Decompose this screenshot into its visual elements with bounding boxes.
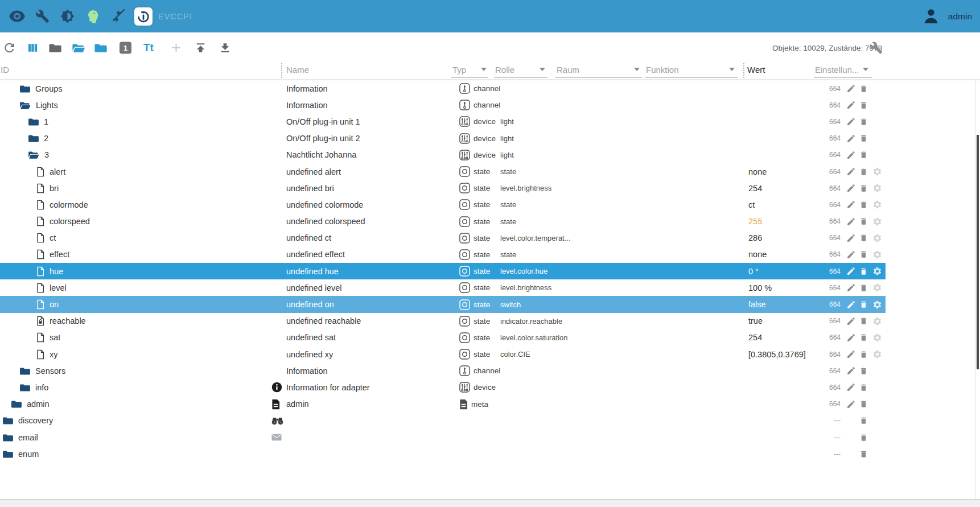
delete-button[interactable] — [859, 97, 868, 113]
upload-icon[interactable] — [194, 41, 207, 54]
object-row-on[interactable]: onundefined onstateswitchfalse664 — [0, 296, 886, 312]
object-row-3[interactable]: 3Nachtlicht Johannadevicelight664 — [0, 147, 886, 163]
delete-button[interactable] — [859, 446, 868, 462]
edit-button[interactable] — [846, 180, 856, 196]
folder-open-icon[interactable] — [72, 42, 85, 53]
object-value[interactable]: true — [748, 313, 763, 329]
column-resizer[interactable] — [743, 63, 744, 78]
refresh-icon[interactable] — [2, 40, 17, 55]
folder-blue-icon[interactable] — [94, 42, 107, 53]
delete-button[interactable] — [859, 296, 868, 312]
visibility-icon[interactable] — [5, 4, 30, 29]
object-row-reachable[interactable]: reachableundefined reachablestateindicat… — [0, 313, 886, 329]
filter-id[interactable]: ID — [1, 65, 9, 75]
columns-icon[interactable] — [26, 41, 39, 54]
settings-button[interactable] — [872, 196, 882, 213]
edit-button[interactable] — [846, 213, 856, 230]
object-row-xy[interactable]: xyundefined xystatecolor.CIE[0.3805,0.37… — [0, 346, 886, 362]
raum-dropdown-icon[interactable] — [634, 68, 640, 71]
object-row-email[interactable]: email--- — [0, 429, 886, 446]
text-toggle-icon[interactable]: Tt — [143, 42, 154, 54]
delete-button[interactable] — [859, 180, 868, 196]
object-row-level[interactable]: levelundefined levelstatelevel.brightnes… — [0, 279, 886, 296]
edit-button[interactable] — [846, 362, 856, 379]
object-row-colormode[interactable]: colormodeundefined colormodestatestatect… — [0, 196, 886, 213]
edit-button[interactable] — [846, 263, 856, 279]
object-row-1[interactable]: 1On/Off plug-in unit 1devicelight664 — [0, 113, 886, 130]
object-row-info[interactable]: infoInformation for adapterdevice664 — [0, 379, 886, 395]
settings-button[interactable] — [872, 313, 882, 329]
settings-button[interactable] — [872, 213, 882, 230]
object-value[interactable]: 254 — [748, 180, 762, 196]
object-value[interactable]: none — [748, 163, 767, 180]
edit-button[interactable] — [846, 396, 856, 413]
filter-einstellungen[interactable]: Einstellun... — [815, 65, 859, 75]
filter-rolle[interactable]: Rolle — [495, 65, 514, 75]
object-value[interactable]: false — [748, 296, 766, 312]
settings-button[interactable] — [872, 230, 882, 246]
object-row-Lights[interactable]: LightsInformationchannel664 — [0, 97, 886, 113]
object-row-colorspeed[interactable]: colorspeedundefined colorspeedstatestate… — [0, 213, 886, 230]
delete-button[interactable] — [859, 246, 868, 263]
object-row-effect[interactable]: effectundefined effectstatestatenone664 — [0, 246, 886, 263]
funktion-dropdown-icon[interactable] — [729, 68, 735, 71]
delete-button[interactable] — [859, 329, 868, 346]
delete-button[interactable] — [859, 213, 868, 230]
rolle-dropdown-icon[interactable] — [540, 68, 545, 71]
filter-funktion[interactable]: Funktion — [646, 65, 679, 75]
settings-button[interactable] — [872, 279, 882, 296]
expert-mode-icon[interactable] — [80, 4, 105, 29]
delete-button[interactable] — [859, 346, 868, 362]
delete-button[interactable] — [859, 147, 868, 163]
delete-button[interactable] — [859, 396, 868, 413]
add-object-icon[interactable] — [169, 40, 183, 55]
settings-button[interactable] — [872, 263, 882, 279]
object-row-2[interactable]: 2On/Off plug-in unit 2devicelight664 — [0, 130, 886, 147]
object-row-Sensors[interactable]: SensorsInformationchannel664 — [0, 362, 886, 379]
settings-button[interactable] — [872, 246, 882, 263]
edit-button[interactable] — [846, 80, 856, 97]
settings-wrench-icon[interactable] — [870, 41, 883, 54]
edit-button[interactable] — [846, 230, 856, 246]
object-value[interactable]: 0 ° — [748, 263, 759, 279]
delete-button[interactable] — [859, 279, 868, 296]
object-row-admin[interactable]: adminadminmeta664 — [0, 396, 886, 413]
edit-button[interactable] — [846, 329, 856, 346]
edit-button[interactable] — [846, 147, 856, 163]
delete-button[interactable] — [859, 163, 868, 180]
object-value[interactable]: 286 — [748, 230, 762, 246]
delete-button[interactable] — [859, 113, 868, 130]
settings-button[interactable] — [872, 329, 882, 346]
object-row-discovery[interactable]: discovery--- — [0, 413, 886, 429]
object-value[interactable]: 255 — [748, 213, 762, 230]
object-row-bri[interactable]: briundefined bristatelevel.brightness254… — [0, 180, 886, 196]
einstellungen-dropdown-icon[interactable] — [863, 68, 868, 71]
vertical-scrollbar[interactable] — [977, 135, 979, 369]
column-resizer[interactable] — [281, 63, 282, 78]
delete-button[interactable] — [859, 429, 868, 446]
object-value[interactable]: ct — [748, 196, 755, 213]
user-name[interactable]: admin — [948, 11, 972, 22]
settings-button[interactable] — [872, 296, 882, 312]
typ-dropdown-icon[interactable] — [481, 68, 487, 71]
delete-button[interactable] — [859, 230, 868, 246]
delete-button[interactable] — [859, 313, 868, 329]
object-row-sat[interactable]: satundefined satstatelevel.color.saturat… — [0, 329, 886, 346]
object-row-ct[interactable]: ctundefined ctstatelevel.color.temperat.… — [0, 230, 886, 246]
object-value[interactable]: 254 — [748, 329, 762, 346]
filter-typ[interactable]: Typ — [452, 65, 466, 75]
object-row-hue[interactable]: hueundefined huestatelevel.color.hue0 °6… — [0, 263, 886, 279]
user-avatar-icon[interactable] — [919, 4, 944, 29]
object-row-alert[interactable]: alertundefined alertstatestatenone664 — [0, 163, 886, 180]
wrench-icon[interactable] — [30, 4, 55, 29]
filter-raum[interactable]: Raum — [557, 65, 579, 75]
delete-button[interactable] — [859, 196, 868, 213]
delete-button[interactable] — [859, 263, 868, 279]
edit-button[interactable] — [846, 346, 856, 362]
delete-button[interactable] — [859, 80, 868, 97]
brightness-icon[interactable] — [55, 4, 80, 29]
delete-button[interactable] — [859, 130, 868, 147]
edit-button[interactable] — [846, 130, 856, 147]
object-row-enum[interactable]: enum--- — [0, 446, 886, 462]
settings-button[interactable] — [872, 346, 882, 362]
